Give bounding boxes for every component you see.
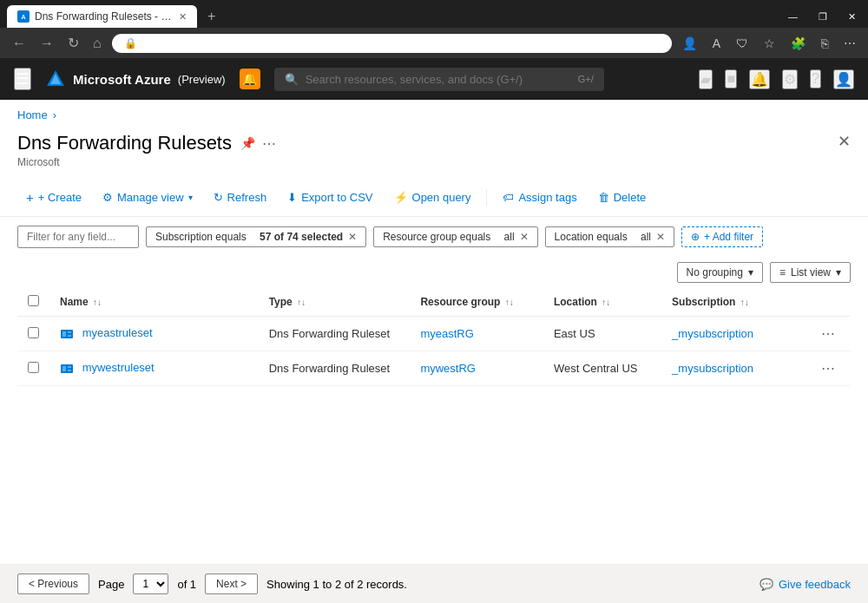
page-select[interactable]: 1 <box>133 574 168 594</box>
subscription-sort-icon: ↑↓ <box>740 298 749 307</box>
view-mode-dropdown[interactable]: ≡ List view ▾ <box>770 262 851 283</box>
browser-tab-active[interactable]: A Dns Forwarding Rulesets - Micro... ✕ <box>7 5 197 28</box>
help-icon[interactable]: ? <box>810 69 821 88</box>
more-options-icon[interactable]: ⋯ <box>262 135 276 152</box>
svg-rect-6 <box>68 331 71 333</box>
row-rg-1: mywestRG <box>410 351 542 386</box>
settings-icon[interactable]: ⚙ <box>782 69 798 89</box>
svg-rect-10 <box>68 366 71 368</box>
azure-header-actions: ▰ ■ 🔔 ⚙ ? 👤 <box>699 69 854 89</box>
azure-search-input[interactable] <box>306 73 571 86</box>
notifications-bell[interactable]: 🔔 <box>749 69 770 89</box>
minimize-button[interactable]: — <box>783 10 803 24</box>
delete-button[interactable]: 🗑 Delete <box>589 187 655 208</box>
add-filter-button[interactable]: ⊕ + Add filter <box>681 226 763 247</box>
tab-title: Dns Forwarding Rulesets - Micro... <box>35 10 174 23</box>
row-rg-link-1[interactable]: mywestRG <box>420 362 476 375</box>
tab-close-btn[interactable]: ✕ <box>179 11 187 23</box>
breadcrumb-separator: › <box>53 108 56 121</box>
filter-input[interactable] <box>17 226 139 248</box>
row-checkbox-0[interactable] <box>28 327 39 338</box>
name-column-label: Name <box>60 296 89 308</box>
row-more-button-0[interactable]: ⋯ <box>816 324 840 344</box>
resources-table: Name ↑↓ Type ↑↓ Resource group ↑↓ Locati… <box>17 288 851 386</box>
row-more-button-1[interactable]: ⋯ <box>816 358 840 378</box>
row-type-0: Dns Forwarding Ruleset <box>259 317 411 351</box>
row-name-link-0[interactable]: myeastruleset <box>82 326 153 339</box>
reload-button[interactable]: ↻ <box>64 33 82 53</box>
delete-label: Delete <box>614 191 647 204</box>
azure-logo: Microsoft Azure (Preview) <box>45 69 226 89</box>
showing-text: Showing 1 to 2 of 2 records. <box>266 578 407 591</box>
previous-button[interactable]: < Previous <box>17 574 89 594</box>
maximize-button[interactable]: ❐ <box>813 10 832 24</box>
subscription-filter-close[interactable]: ✕ <box>348 231 357 243</box>
forward-button[interactable]: → <box>36 34 57 53</box>
cloud-shell-icon[interactable]: ▰ <box>699 69 713 89</box>
url-input[interactable]: https://ms.portal.azure.com/#view/HubsEx… <box>142 37 660 49</box>
name-column-header[interactable]: Name ↑↓ <box>49 288 259 317</box>
directory-icon[interactable]: ■ <box>725 69 737 88</box>
next-button[interactable]: Next > <box>205 574 258 594</box>
type-column-header[interactable]: Type ↑↓ <box>259 288 411 317</box>
page-title-icons: 📌 ⋯ <box>240 135 276 152</box>
select-all-checkbox[interactable] <box>28 295 39 306</box>
azure-header: ☰ Microsoft Azure (Preview) 🔔 🔍 G+/ ▰ ■ … <box>0 58 868 100</box>
name-sort-icon: ↑↓ <box>93 298 102 307</box>
window-controls: — ❐ ✕ <box>783 10 861 24</box>
row-location-0: East US <box>543 317 661 351</box>
subscription-column-header[interactable]: Subscription ↑↓ <box>661 288 806 317</box>
back-button[interactable]: ← <box>9 34 30 53</box>
row-subscription-link-1[interactable]: _mysubscription <box>672 362 753 375</box>
bookmark-icon[interactable]: ☆ <box>760 35 779 52</box>
rg-filter-value: all <box>504 231 515 243</box>
profile-icon[interactable]: 👤 <box>679 35 700 52</box>
manage-view-button[interactable]: ⚙ Manage view ▾ <box>94 187 201 208</box>
location-column-label: Location <box>554 296 597 308</box>
toolbar-separator <box>486 189 487 206</box>
breadcrumb-home[interactable]: Home <box>17 108 48 121</box>
tags-icon: 🏷 <box>503 191 514 204</box>
view-mode-chevron: ▾ <box>836 266 841 279</box>
page-title: Dns Forwarding Rulesets <box>17 132 232 154</box>
location-sort-icon: ↑↓ <box>602 298 610 307</box>
shield-icon[interactable]: 🛡 <box>733 35 752 52</box>
more-icon[interactable]: ⋯ <box>840 35 859 52</box>
rg-column-header[interactable]: Resource group ↑↓ <box>410 288 542 317</box>
location-filter-label: Location equals <box>555 231 628 243</box>
pin-icon[interactable]: 📌 <box>240 135 255 152</box>
hamburger-menu[interactable]: ☰ <box>14 68 31 90</box>
row-subscription-link-0[interactable]: _mysubscription <box>672 327 753 340</box>
extensions-icon[interactable]: 🧩 <box>787 35 809 52</box>
export-button[interactable]: ⬇ Export to CSV <box>279 187 381 208</box>
row-name-link-1[interactable]: mywestruleset <box>82 361 155 374</box>
table-row: myeastruleset Dns Forwarding Ruleset mye… <box>17 317 851 351</box>
create-button[interactable]: + + Create <box>17 186 90 209</box>
row-rg-link-0[interactable]: myeastRG <box>420 327 473 340</box>
open-query-button[interactable]: ⚡ Open query <box>385 187 480 208</box>
close-window-button[interactable]: ✕ <box>843 10 861 24</box>
account-icon[interactable]: 👤 <box>833 69 854 89</box>
browser-toolbar-icons: 👤 A 🛡 ☆ 🧩 ⎘ ⋯ <box>679 35 859 52</box>
row-checkbox-1[interactable] <box>28 362 39 373</box>
close-page-button[interactable]: ✕ <box>838 132 851 151</box>
row-subscription-0: _mysubscription <box>661 317 806 351</box>
tab-favicon: A <box>17 10 30 23</box>
refresh-button[interactable]: ↻ Refresh <box>205 187 276 208</box>
page-label: Page <box>98 578 124 591</box>
translate-icon[interactable]: A <box>709 35 724 52</box>
new-tab-button[interactable]: + <box>201 5 222 28</box>
location-column-header[interactable]: Location ↑↓ <box>543 288 661 317</box>
subscription-filter-tag: Subscription equals 57 of 74 selected ✕ <box>146 226 366 247</box>
share-icon[interactable]: ⎘ <box>818 35 832 52</box>
home-button[interactable]: ⌂ <box>89 34 105 53</box>
address-bar[interactable]: 🔒 https://ms.portal.azure.com/#view/Hubs… <box>112 34 672 53</box>
assign-tags-button[interactable]: 🏷 Assign tags <box>494 187 585 208</box>
rg-filter-close[interactable]: ✕ <box>520 231 529 243</box>
azure-search-bar[interactable]: 🔍 G+/ <box>274 68 604 91</box>
feedback-label: Give feedback <box>779 578 851 591</box>
notification-icon[interactable]: 🔔 <box>240 69 260 89</box>
grouping-dropdown[interactable]: No grouping ▾ <box>677 262 763 283</box>
give-feedback-button[interactable]: 💬 Give feedback <box>760 578 851 591</box>
location-filter-close[interactable]: ✕ <box>656 231 665 243</box>
